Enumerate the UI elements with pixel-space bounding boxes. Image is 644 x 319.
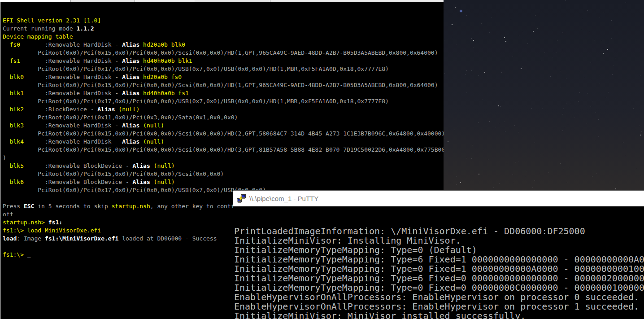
putty-line: EnableHypervisorOnAllProcessors: EnableH… [234, 302, 644, 311]
star-speck [472, 145, 473, 145]
star-speck [528, 112, 528, 112]
putty-titlebar[interactable]: \\.\pipe\com_1 - PuTTY [233, 191, 644, 206]
star-speck [518, 162, 518, 162]
console-line: fs0 :Removable HardDisk - Alias hd20a0b … [3, 41, 444, 49]
console-line [3, 9, 444, 17]
star-speck [610, 90, 610, 90]
star-speck [488, 41, 488, 41]
star-speck [562, 114, 563, 114]
star-speck [482, 100, 483, 100]
star-speck [609, 72, 609, 72]
console-line: ) [3, 154, 444, 162]
star-speck [466, 70, 467, 71]
star-speck [587, 123, 587, 124]
star-speck [514, 125, 515, 126]
star-speck [444, 138, 444, 139]
star-speck [518, 132, 519, 132]
star-speck [489, 121, 490, 122]
star-speck [522, 137, 523, 137]
star-speck [457, 176, 457, 177]
star-speck [578, 101, 579, 102]
star-speck [466, 92, 467, 93]
star-speck [494, 89, 494, 90]
star-speck [552, 57, 553, 57]
star-speck [565, 20, 566, 20]
star-speck [504, 37, 505, 38]
star-speck [637, 40, 637, 41]
star-speck [471, 158, 472, 159]
star-speck [594, 40, 595, 40]
star-speck [521, 68, 522, 69]
star-speck [473, 47, 474, 48]
putty-window[interactable]: \\.\pipe\com_1 - PuTTY PrintLoadedImageI… [233, 190, 644, 319]
star-speck [642, 52, 642, 52]
star-speck [527, 171, 527, 171]
star-speck [519, 35, 519, 36]
star-speck [589, 32, 590, 32]
star-speck [639, 126, 640, 126]
star-speck [450, 79, 450, 80]
putty-terminal-output: PrintLoadedImageInformation: \/MiniVisor… [234, 227, 644, 319]
star-speck [478, 122, 479, 123]
putty-icon [236, 194, 246, 204]
star-speck [450, 182, 451, 182]
star-speck [466, 15, 467, 16]
star-speck [604, 13, 604, 13]
star-speck [574, 117, 575, 118]
console-line: PciRoot(0x0)/Pci(0x15,0x0)/Pci(0x0,0x0)/… [3, 81, 444, 89]
star-speck [544, 52, 545, 52]
putty-line: EnableHypervisorOnAllProcessors: EnableH… [234, 293, 644, 302]
star-speck [535, 180, 535, 181]
star-speck [489, 32, 490, 33]
putty-terminal[interactable]: PrintLoadedImageInformation: \/MiniVisor… [233, 206, 644, 319]
star-speck [533, 31, 534, 32]
star-speck [587, 10, 588, 11]
star-speck [637, 168, 637, 169]
star-speck [491, 17, 492, 17]
star-speck [557, 40, 557, 41]
console-line: PciRoot(0x0)/Pci(0x15,0x0)/Pci(0x0,0x0)/… [3, 146, 444, 154]
star-speck [540, 154, 540, 154]
star-speck [471, 38, 472, 39]
star-speck [554, 52, 554, 52]
star-speck [513, 57, 513, 57]
star-speck [598, 119, 599, 120]
putty-line: InitializeMemoryTypeMapping: Type=6 Fixe… [234, 255, 644, 264]
star-speck [503, 101, 503, 101]
star-speck [525, 176, 525, 177]
star-speck [603, 48, 603, 49]
star-speck [611, 20, 612, 21]
console-line: blk2 :BlockDevice - Alias (null) [3, 105, 444, 114]
star-speck [531, 108, 532, 109]
star-speck [505, 41, 506, 42]
star-speck [640, 75, 640, 76]
star-speck [608, 92, 609, 92]
star-speck [444, 131, 444, 132]
star-speck [586, 62, 586, 62]
star-speck [615, 58, 616, 58]
star-speck [562, 131, 563, 131]
star-speck [550, 76, 551, 77]
star-speck [481, 130, 482, 130]
star-speck [535, 142, 535, 143]
star-speck [581, 29, 582, 29]
console-line: fs1 :Removable HardDisk - Alias hd40h0a0… [3, 57, 444, 65]
star-speck [600, 17, 600, 17]
star-speck [542, 109, 543, 109]
star-speck [501, 72, 502, 73]
star-speck [633, 108, 634, 109]
star-speck [641, 175, 641, 176]
star-speck [500, 60, 500, 60]
star-speck [641, 49, 641, 49]
star-speck [455, 7, 456, 8]
star-speck [507, 163, 507, 164]
star-speck [600, 83, 600, 84]
putty-line: InitializeMemoryTypeMapping: Type=6 Fixe… [234, 274, 644, 283]
star-speck [499, 183, 500, 184]
star-speck [452, 37, 453, 37]
star-speck [615, 41, 615, 41]
star-speck [500, 106, 500, 107]
star-speck [563, 109, 564, 109]
star-speck [592, 176, 592, 177]
star-speck [513, 174, 513, 175]
